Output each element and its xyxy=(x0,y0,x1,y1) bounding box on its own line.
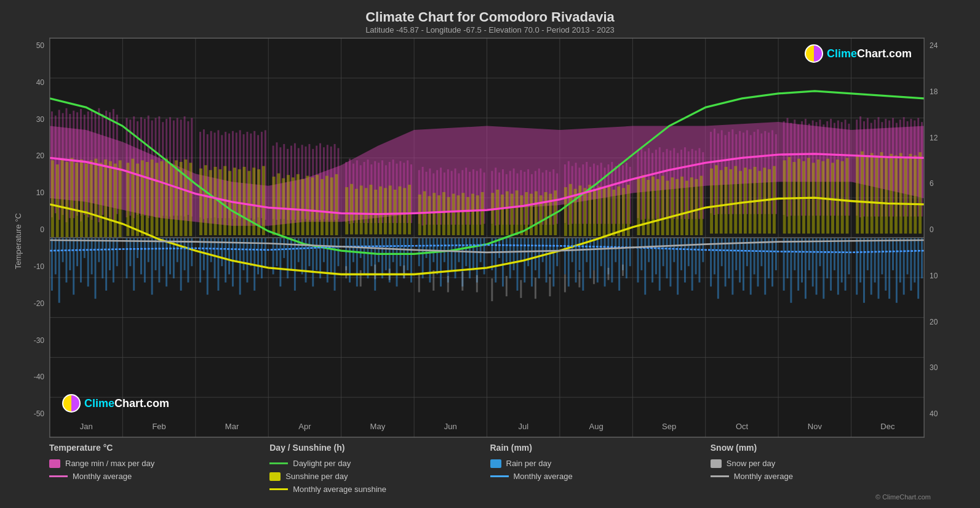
svg-rect-393 xyxy=(597,238,599,283)
svg-rect-539 xyxy=(252,167,255,235)
svg-rect-620 xyxy=(675,179,679,235)
legend-label-sunshine-day: Sunshine per day xyxy=(285,472,348,481)
svg-rect-395 xyxy=(604,238,606,286)
svg-rect-464 xyxy=(870,238,872,295)
svg-rect-483 xyxy=(403,265,405,278)
svg-rect-467 xyxy=(881,238,883,275)
svg-rect-562 xyxy=(374,190,377,235)
legend-line-daylight xyxy=(269,462,288,464)
svg-rect-47 xyxy=(144,119,146,216)
svg-rect-579 xyxy=(461,193,464,235)
svg-rect-640 xyxy=(783,160,786,233)
tick-20mm: 20 xyxy=(930,317,938,328)
svg-rect-592 xyxy=(530,194,533,235)
legend-item-temp-avg: Monthly average xyxy=(49,472,269,481)
tick-n20: -20 xyxy=(34,299,44,309)
svg-rect-623 xyxy=(690,177,693,235)
svg-rect-461 xyxy=(859,238,861,283)
svg-rect-667 xyxy=(918,152,922,233)
svg-rect-294 xyxy=(217,238,219,291)
svg-rect-499 xyxy=(51,160,54,238)
svg-rect-439 xyxy=(771,238,773,286)
svg-rect-598 xyxy=(564,187,567,236)
svg-rect-392 xyxy=(593,238,595,270)
svg-rect-356 xyxy=(455,238,456,278)
svg-rect-643 xyxy=(797,159,800,234)
svg-rect-636 xyxy=(759,171,762,234)
legend-label-rain-day: Rain per day xyxy=(506,459,552,468)
svg-rect-379 xyxy=(542,238,544,262)
svg-rect-650 xyxy=(831,163,834,233)
legend-label-snow-avg: Monthly average xyxy=(734,472,793,481)
svg-rect-381 xyxy=(549,238,551,275)
legend-area: Temperature °C Range min / max per day M… xyxy=(12,438,968,502)
svg-rect-274 xyxy=(140,238,142,275)
svg-rect-563 xyxy=(379,187,382,235)
svg-rect-652 xyxy=(841,161,844,234)
svg-rect-578 xyxy=(457,195,460,235)
x-label-nov: Nov xyxy=(778,422,851,431)
svg-rect-355 xyxy=(451,238,453,270)
svg-rect-431 xyxy=(743,238,744,291)
svg-rect-594 xyxy=(540,195,543,235)
svg-rect-512 xyxy=(114,164,117,238)
svg-rect-474 xyxy=(907,238,909,275)
svg-rect-334 xyxy=(370,238,372,266)
svg-rect-605 xyxy=(598,187,601,236)
svg-rect-666 xyxy=(914,155,917,233)
svg-rect-404 xyxy=(640,238,642,270)
svg-rect-462 xyxy=(863,238,865,303)
svg-rect-287 xyxy=(187,238,189,283)
legend-item-sunshine-avg: Monthly average sunshine xyxy=(269,485,490,494)
svg-rect-507 xyxy=(90,160,93,238)
legend-label-temp-range: Range min / max per day xyxy=(65,459,154,468)
svg-rect-252 xyxy=(55,238,57,275)
svg-rect-452 xyxy=(823,238,824,299)
svg-rect-324 xyxy=(330,238,332,275)
y-axis-right: 24 18 12 6 0 10 20 30 40 Day / Sunshine … xyxy=(925,38,968,438)
svg-rect-479 xyxy=(345,266,347,278)
svg-rect-369 xyxy=(506,238,508,262)
x-label-feb: Feb xyxy=(122,422,195,431)
legend-col-temp: Temperature °C Range min / max per day M… xyxy=(49,443,269,502)
svg-rect-489 xyxy=(491,278,493,301)
svg-rect-311 xyxy=(283,238,285,258)
tick-20: 20 xyxy=(36,151,44,161)
svg-rect-654 xyxy=(856,155,859,233)
svg-rect-256 xyxy=(69,238,71,270)
svg-rect-645 xyxy=(807,158,810,233)
svg-rect-584 xyxy=(491,193,494,235)
x-label-aug: Aug xyxy=(560,422,632,431)
svg-rect-488 xyxy=(476,275,478,292)
svg-rect-498 xyxy=(622,265,624,276)
svg-rect-426 xyxy=(725,238,727,286)
svg-rect-517 xyxy=(141,160,144,236)
svg-rect-528 xyxy=(199,169,202,235)
svg-rect-618 xyxy=(666,180,669,235)
svg-rect-647 xyxy=(817,159,820,233)
svg-rect-286 xyxy=(184,238,186,270)
svg-rect-567 xyxy=(398,187,401,235)
svg-rect-657 xyxy=(870,153,874,233)
svg-rect-438 xyxy=(768,238,770,278)
svg-rect-653 xyxy=(846,158,849,233)
svg-rect-363 xyxy=(480,238,482,262)
svg-rect-268 xyxy=(113,238,114,283)
svg-rect-663 xyxy=(899,153,902,233)
svg-rect-408 xyxy=(655,238,657,275)
svg-rect-518 xyxy=(146,162,149,236)
legend-col-sunshine: Day / Sunshine (h) Daylight per day Suns… xyxy=(269,443,490,502)
svg-rect-568 xyxy=(403,188,406,234)
svg-rect-43 xyxy=(129,119,131,216)
svg-rect-354 xyxy=(447,238,449,283)
svg-rect-506 xyxy=(85,164,88,238)
legend-swatch-sunshine xyxy=(269,472,281,481)
svg-rect-328 xyxy=(349,238,351,283)
svg-rect-552 xyxy=(321,179,324,235)
svg-rect-662 xyxy=(894,155,898,233)
svg-rect-468 xyxy=(885,238,886,291)
svg-rect-348 xyxy=(426,238,428,258)
svg-rect-437 xyxy=(764,238,766,295)
logo-circle-left xyxy=(62,394,81,413)
svg-rect-277 xyxy=(151,238,153,295)
